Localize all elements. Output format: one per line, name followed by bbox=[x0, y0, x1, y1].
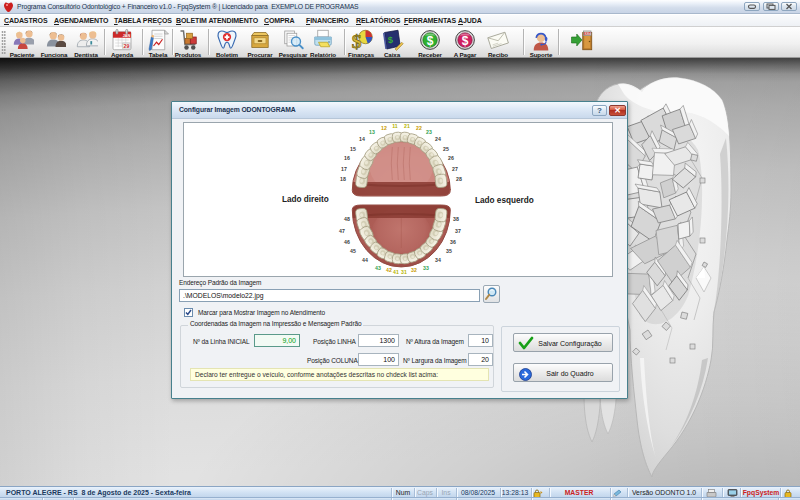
svg-text:22: 22 bbox=[416, 125, 422, 131]
svg-text:$: $ bbox=[462, 34, 469, 48]
svg-text:44: 44 bbox=[362, 257, 368, 263]
svg-text:$: $ bbox=[427, 34, 434, 48]
svg-text:Lado direito: Lado direito bbox=[282, 195, 329, 204]
svg-text:45: 45 bbox=[350, 248, 356, 254]
svg-text:31: 31 bbox=[401, 269, 407, 275]
svg-text:Lado esquerdo: Lado esquerdo bbox=[475, 196, 534, 205]
svg-text:47: 47 bbox=[339, 228, 345, 234]
svg-text:14: 14 bbox=[359, 136, 365, 142]
svg-text:28: 28 bbox=[456, 176, 462, 182]
svg-text:11: 11 bbox=[392, 123, 398, 129]
svg-text:29: 29 bbox=[124, 43, 130, 49]
svg-text:15: 15 bbox=[350, 146, 356, 152]
svg-text:26: 26 bbox=[448, 155, 454, 161]
svg-text:34: 34 bbox=[435, 257, 441, 263]
svg-text:46: 46 bbox=[344, 239, 350, 245]
svg-text:16: 16 bbox=[344, 155, 350, 161]
svg-text:13: 13 bbox=[369, 129, 375, 135]
svg-text:23: 23 bbox=[426, 129, 432, 135]
svg-text:32: 32 bbox=[411, 267, 417, 273]
svg-text:12: 12 bbox=[381, 125, 387, 131]
svg-text:$: $ bbox=[387, 35, 393, 45]
svg-text:43: 43 bbox=[375, 265, 381, 271]
svg-text:$: $ bbox=[352, 31, 362, 52]
svg-text:17: 17 bbox=[341, 166, 347, 172]
svg-text:36: 36 bbox=[450, 239, 456, 245]
svg-text:EXIT: EXIT bbox=[584, 32, 591, 36]
svg-text:25: 25 bbox=[443, 146, 449, 152]
svg-text:41: 41 bbox=[393, 269, 399, 275]
svg-text:38: 38 bbox=[453, 216, 459, 222]
svg-text:42: 42 bbox=[386, 267, 392, 273]
svg-text:35: 35 bbox=[446, 248, 452, 254]
svg-text:48: 48 bbox=[344, 216, 350, 222]
svg-text:24: 24 bbox=[435, 136, 441, 142]
svg-text:JAN: JAN bbox=[123, 34, 131, 38]
svg-text:18: 18 bbox=[340, 176, 346, 182]
svg-text:27: 27 bbox=[452, 166, 458, 172]
svg-text:37: 37 bbox=[455, 228, 461, 234]
svg-text:33: 33 bbox=[423, 265, 429, 271]
svg-text:21: 21 bbox=[404, 123, 410, 129]
